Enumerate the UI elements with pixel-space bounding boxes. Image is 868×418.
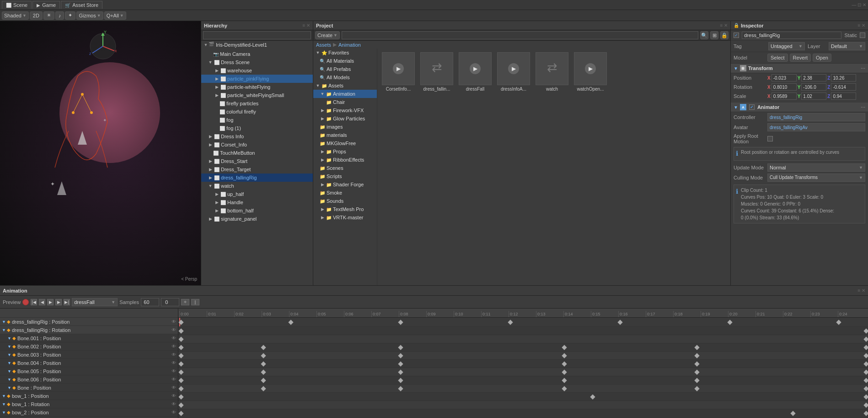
project-view-btn[interactable]: ⊞ [710, 31, 718, 39]
dress-info-arrow[interactable]: ▶ [208, 134, 213, 139]
warehouse-arrow[interactable]: ▶ [214, 68, 220, 73]
track-bone005[interactable]: ▼ ◆ Bone.005 : Position 👁 [0, 367, 178, 375]
add-curve-button[interactable]: ⟡ [181, 299, 189, 305]
track-bone004-eye[interactable]: 👁 [171, 360, 176, 365]
tree-item-colorful-firefly[interactable]: ⬜ colorful firefly [201, 108, 313, 116]
scale-z-value[interactable]: 0.94 [831, 92, 856, 100]
shading-dropdown[interactable]: Shaded ▼ [2, 11, 29, 20]
folder-firework[interactable]: ▶ 📁 Firework-VFX [313, 106, 377, 114]
tree-item-particle-white[interactable]: ▶ ⬜ particle-whiteFlying [201, 83, 313, 91]
track-bow2-pos-eye[interactable]: 👁 [171, 410, 176, 415]
fav-prefabs[interactable]: 🔍 All Prefabs [313, 65, 377, 73]
add-event-button[interactable]: | [191, 299, 199, 305]
scene-canvas[interactable]: ✦ ✦ Y x [0, 21, 201, 285]
rot-z-value[interactable]: -0.614 [831, 83, 856, 91]
tree-item-dress-start[interactable]: ▶ ⬜ Dress_Start [201, 157, 313, 165]
folder-glow[interactable]: ▶ 📁 Glow Particles [313, 114, 377, 123]
folder-props[interactable]: ▶ 📁 Props [313, 147, 377, 156]
frame-input[interactable] [161, 298, 179, 306]
tree-item-dress-falling-rig[interactable]: ▶ ⬜ dress_fallingRig [201, 174, 313, 182]
bottom-half-arrow[interactable]: ▶ [214, 208, 220, 213]
folder-textmesh[interactable]: ▶ 📁 TextMesh Pro [313, 205, 377, 213]
root-motion-checkbox[interactable] [767, 136, 773, 141]
scene-tab[interactable]: ⬜ Scene [2, 1, 32, 9]
track-bow1-rot[interactable]: ▼ ◆ bow_1 : Rotation 👁 [0, 400, 178, 408]
assets-root[interactable]: ▼ 📁 Assets [313, 81, 377, 90]
track-dress-pos-eye[interactable]: 👁 [171, 319, 176, 324]
particle-pink-arrow[interactable]: ▶ [214, 76, 220, 81]
folder-scripts[interactable]: 📁 Scripts [313, 172, 377, 180]
record-button[interactable] [22, 299, 29, 305]
breadcrumb-animation[interactable]: Animation [338, 42, 361, 48]
open-button[interactable]: Open [813, 54, 831, 62]
animator-active-checkbox[interactable] [749, 104, 755, 110]
root-arrow[interactable]: ▼ [203, 42, 209, 48]
favorites-group[interactable]: ▼ ⭐ Favorites [313, 49, 377, 57]
track-bow1-pos[interactable]: ▼ ◆ bow_1 : Position 👁 [0, 392, 178, 400]
tree-item-firefly[interactable]: ⬜ firefly particles [201, 99, 313, 108]
fx-button[interactable]: ✦ [65, 11, 75, 20]
animation-timeline[interactable]: 0:00 0:01 0:02 0:03 0:04 0:05 0:06 0:07 … [178, 309, 868, 418]
dress-scene-arrow[interactable]: ▼ [208, 60, 213, 65]
pos-y-value[interactable]: 2.38 [801, 74, 826, 81]
up-half-arrow[interactable]: ▶ [214, 191, 220, 197]
project-search-input[interactable] [342, 31, 698, 39]
tree-item-handle[interactable]: ▶ ⬜ Handle [201, 198, 313, 206]
tree-item-fog1[interactable]: ⬜ fog (1) [201, 124, 313, 132]
transform-options[interactable]: ⋯ [861, 66, 865, 71]
tree-item-signature[interactable]: ▶ ⬜ signature_panel [201, 215, 313, 223]
tree-item-dress-info[interactable]: ▶ ⬜ Dress Info [201, 132, 313, 141]
select-button[interactable]: Select [767, 54, 788, 62]
pos-z-value[interactable]: 10.26 [831, 74, 856, 81]
audio-button[interactable]: ♪ [55, 11, 64, 20]
folder-ribbon[interactable]: ▶ 📁 RibbonEffects [313, 156, 377, 164]
asset-watch[interactable]: ⇄ watch [535, 52, 569, 92]
avatar-field[interactable]: dress_fallingRigAv [767, 123, 865, 131]
gizmos-all-dropdown[interactable]: Q+All ▼ [104, 11, 126, 20]
animator-section[interactable]: ▼ A Animator ⋯ [731, 103, 868, 112]
track-dress-position[interactable]: ▼ ◆ dress_fallingRig : Position 👁 [0, 318, 178, 326]
track-bone006[interactable]: ▼ ◆ Bone.006 : Position 👁 [0, 375, 178, 384]
folder-chair[interactable]: 📁 Chair [313, 98, 377, 106]
project-sidebar[interactable]: ▼ ⭐ Favorites 🔍 All Materials 🔍 All Pref… [313, 49, 377, 285]
project-lock-btn[interactable]: 🔒 [720, 31, 729, 39]
samples-input[interactable] [141, 298, 159, 306]
gameobject-name-input[interactable] [742, 32, 841, 39]
folder-sounds[interactable]: 📁 Sounds [313, 197, 377, 205]
folder-shaderforge[interactable]: ▶ 📁 Shader Forge [313, 180, 377, 189]
rot-y-value[interactable]: -106.0 [801, 83, 826, 91]
culling-mode-dropdown[interactable]: Cull Update Transforms ▼ [767, 174, 865, 182]
gameobject-active-checkbox[interactable] [734, 33, 739, 38]
tree-item-warehouse[interactable]: ▶ ⬜ warehouse [201, 66, 313, 75]
particle-white-arrow[interactable]: ▶ [214, 84, 220, 90]
rot-x-value[interactable]: 0.8010 [772, 83, 797, 91]
scale-x-value[interactable]: 0.9589 [772, 92, 797, 100]
track-bone002-eye[interactable]: 👁 [171, 344, 176, 349]
layer-dropdown[interactable]: Default ▼ [829, 42, 865, 50]
folder-images[interactable]: 📁 images [313, 123, 377, 131]
track-bone001-eye[interactable]: 👁 [171, 336, 176, 341]
tree-item-fog[interactable]: ⬜ fog [201, 116, 313, 124]
revert-button[interactable]: Revert [790, 54, 811, 62]
tree-item-corset-info[interactable]: ▶ ⬜ Corset_Info [201, 141, 313, 149]
fav-materials[interactable]: 🔍 All Materials [313, 57, 377, 65]
hierarchy-search-input[interactable] [203, 31, 311, 39]
asset-watch-open[interactable]: ▶ watchOpen... [573, 52, 608, 92]
corset-arrow[interactable]: ▶ [208, 142, 213, 147]
track-bow2-pos[interactable]: ▼ ◆ bow_2 : Position 👁 [0, 408, 178, 417]
breadcrumb-assets[interactable]: Assets [316, 42, 331, 48]
handle-arrow[interactable]: ▶ [214, 200, 220, 205]
dress-target-arrow[interactable]: ▶ [208, 167, 213, 172]
animation-tracks[interactable]: ▼ ◆ dress_fallingRig : Position 👁 ▼ ◆ dr… [0, 309, 178, 418]
track-dress-rotation[interactable]: ▼ ◆ dress_fallingRig : Rotation 👁 [0, 326, 178, 334]
asset-corset-info[interactable]: ▶ CorsetInfo... [381, 52, 416, 92]
signature-arrow[interactable]: ▶ [208, 216, 213, 222]
update-mode-dropdown[interactable]: Normal ▼ [767, 163, 865, 172]
tree-item-up-half[interactable]: ▶ ⬜ up_half [201, 190, 313, 198]
tree-item-bottom-half[interactable]: ▶ ⬜ bottom_half [201, 206, 313, 215]
folder-materials[interactable]: 📁 materials [313, 131, 377, 139]
track-bone005-eye[interactable]: 👁 [171, 369, 176, 374]
asset-dress-falling[interactable]: ⇄ dress_fallin... [419, 52, 454, 92]
project-search-btn[interactable]: 🔍 [700, 31, 708, 39]
light-button[interactable]: ☀ [43, 11, 54, 20]
